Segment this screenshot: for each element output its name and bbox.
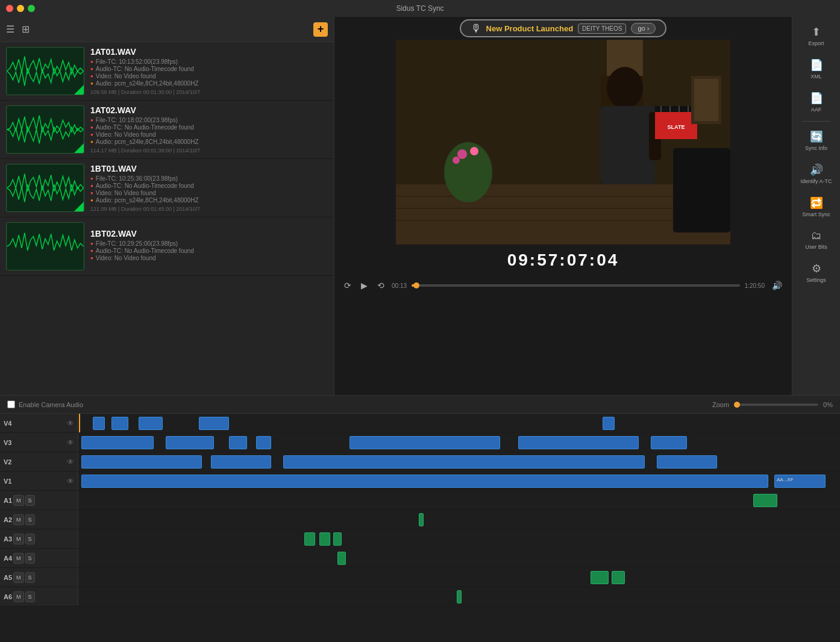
mute-button-a5[interactable]: M [13, 572, 24, 583]
list-item[interactable]: 1BT02.WAV ●File-TC: 10:29:25:00(23.98fps… [0, 217, 334, 276]
clip-green[interactable] [319, 532, 330, 546]
track-content-v4[interactable] [78, 414, 840, 432]
track-label-v1: V1 👁 [0, 472, 78, 490]
audio-track-label-a4: A4 M S [0, 549, 78, 567]
volume-button[interactable]: 🔊 [769, 279, 785, 291]
solo-button-a5[interactable]: S [25, 572, 35, 583]
track-eye-v1[interactable]: 👁 [67, 477, 74, 485]
clip-blue[interactable] [111, 417, 128, 430]
file-name: 1BT02.WAV [90, 229, 328, 238]
mute-button-a3[interactable]: M [13, 534, 24, 544]
forward-button[interactable]: ⟲ [375, 279, 387, 291]
track-label-v4: V4 👁 [0, 414, 78, 432]
sidebar-item-identify-atc[interactable]: 🔊 Identify A-TC [792, 157, 840, 190]
track-content-a6[interactable] [78, 587, 840, 606]
close-button[interactable] [6, 5, 13, 12]
clip-green[interactable] [333, 532, 342, 546]
clip-blue[interactable] [81, 455, 202, 469]
waveform-thumbnail [6, 164, 84, 212]
track-content-v3[interactable] [78, 433, 840, 452]
track-row-a1: A1 M S [0, 491, 840, 510]
track-row-a5: A5 M S [0, 568, 840, 587]
solo-button-a6[interactable]: S [25, 591, 35, 602]
track-eye-v3[interactable]: 👁 [67, 438, 74, 447]
solo-button-a4[interactable]: S [25, 553, 35, 564]
clip-blue[interactable] [349, 436, 500, 449]
clip-green[interactable] [304, 532, 315, 546]
mute-button-a2[interactable]: M [13, 514, 24, 525]
current-time: 00:13 [392, 282, 407, 289]
track-content-a4[interactable] [78, 549, 840, 567]
solo-button-a1[interactable]: S [25, 495, 35, 506]
sidebar-item-user-bits[interactable]: 🗂 User Bits [792, 223, 840, 256]
clip-green[interactable] [419, 513, 424, 526]
maximize-button[interactable] [28, 5, 35, 12]
clip-blue[interactable] [166, 436, 214, 449]
clip-blue[interactable] [651, 436, 687, 449]
clip-blue[interactable] [518, 436, 639, 449]
clip-green[interactable] [753, 494, 777, 507]
mute-button-a6[interactable]: M [13, 591, 24, 602]
clip-blue[interactable] [93, 417, 105, 430]
progress-knob[interactable] [413, 282, 419, 288]
clip-blue[interactable] [211, 455, 271, 469]
minimize-button[interactable] [17, 5, 24, 12]
grid-icon[interactable]: ⊞ [22, 23, 30, 35]
sidebar-item-settings[interactable]: ⚙ Settings [792, 256, 840, 289]
file-info: 1AT02.WAV ●File-TC: 10:18:02:00(23.98fps… [90, 105, 328, 154]
clip-green[interactable] [612, 571, 625, 584]
track-content-v1[interactable]: AA...XF [78, 472, 840, 490]
add-button[interactable]: + [313, 22, 328, 37]
solo-button-a3[interactable]: S [25, 534, 35, 544]
clip-blue[interactable] [81, 436, 154, 449]
track-content-a2[interactable] [78, 510, 840, 529]
file-panel: ☰ ⊞ + 1AT01. [0, 17, 334, 395]
track-content-a1[interactable] [78, 491, 840, 510]
clip-green[interactable] [591, 571, 609, 584]
mute-button-a1[interactable]: M [13, 495, 24, 506]
rewind-button[interactable]: ⟳ [342, 279, 354, 291]
clip-green[interactable] [457, 590, 462, 603]
clip-blue[interactable] [229, 436, 247, 449]
waveform-thumbnail [6, 47, 84, 95]
enable-camera-audio-label[interactable]: Enable Camera Audio [7, 400, 83, 408]
track-content-v2[interactable] [78, 452, 840, 471]
sidebar-item-xml[interactable]: 📄 XML [792, 52, 840, 86]
timecode-display: 09:57:07:04 [507, 245, 619, 276]
sidebar-item-sync-info[interactable]: 🔄 Sync info [792, 124, 840, 157]
zoom-knob[interactable] [734, 402, 740, 408]
enable-camera-audio-checkbox[interactable] [7, 400, 15, 408]
window-controls[interactable] [6, 5, 35, 12]
banner-inner[interactable]: 🎙 New Product Launched DEITY THEOS go › [460, 19, 667, 37]
clip-blue[interactable]: AA...XF [774, 475, 826, 488]
mute-button-a4[interactable]: M [13, 553, 24, 564]
track-content-a3[interactable] [78, 529, 840, 548]
clip-green[interactable] [337, 552, 346, 565]
sidebar-item-smart-sync[interactable]: 🔁 Smart Sync [792, 190, 840, 223]
clip-blue[interactable] [139, 417, 163, 430]
solo-button-a2[interactable]: S [25, 514, 35, 525]
clip-blue[interactable] [283, 455, 645, 469]
clip-blue[interactable] [199, 417, 229, 430]
list-item[interactable]: 1AT01.WAV ●File-TC: 10:13:52:00(23.98fps… [0, 42, 334, 101]
banner-go-button[interactable]: go › [631, 23, 656, 34]
clip-blue[interactable] [81, 475, 768, 488]
list-item[interactable]: 1AT02.WAV ●File-TC: 10:18:02:00(23.98fps… [0, 101, 334, 159]
sidebar-item-export[interactable]: ⬆ Export [792, 19, 840, 52]
track-eye-v2[interactable]: 👁 [67, 458, 74, 466]
list-item[interactable]: 1BT01.WAV ●File-TC: 10:25:36:00(23.98fps… [0, 159, 334, 217]
clip-blue[interactable] [603, 417, 615, 430]
track-eye-v4[interactable]: 👁 [67, 419, 74, 428]
clip-blue[interactable] [657, 455, 717, 469]
play-button[interactable]: ▶ [359, 279, 370, 291]
audio-track-label-a2: A2 M S [0, 510, 78, 529]
svg-rect-2 [7, 164, 84, 211]
zoom-slider[interactable] [734, 404, 818, 406]
clip-blue[interactable] [256, 436, 271, 449]
timeline-section: Enable Camera Audio Zoom 0% V4 👁 [0, 395, 840, 642]
sidebar-item-aaf[interactable]: 📄 AAF [792, 86, 840, 119]
track-row-v2: V2 👁 [0, 452, 840, 472]
progress-bar[interactable] [412, 284, 740, 287]
track-content-a5[interactable] [78, 568, 840, 587]
menu-icon[interactable]: ☰ [6, 23, 14, 35]
